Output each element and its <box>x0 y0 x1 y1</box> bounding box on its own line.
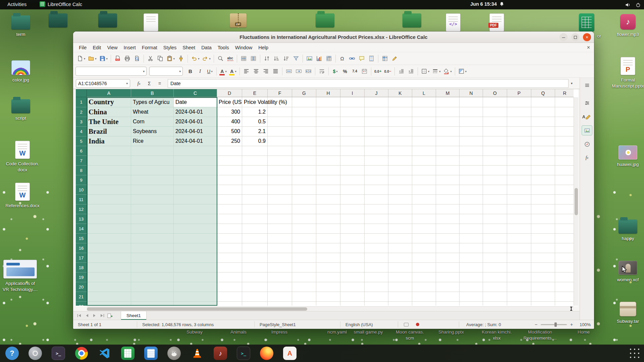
cell-M19[interactable] <box>436 273 460 282</box>
cell-D16[interactable] <box>217 243 242 253</box>
expand-formula-bar-icon[interactable]: ▾ <box>571 81 573 85</box>
cell-M3[interactable] <box>436 117 460 127</box>
cell-G2[interactable] <box>292 107 316 117</box>
cell-C13[interactable] <box>174 214 217 224</box>
desktop-item-label[interactable]: Home <box>578 329 590 335</box>
cell-K22[interactable] <box>388 302 412 306</box>
cell-R6[interactable] <box>555 146 574 156</box>
cell-B6[interactable] <box>131 146 174 156</box>
cell-G19[interactable] <box>292 273 316 282</box>
cell-Q8[interactable] <box>531 166 555 175</box>
cell-E11[interactable] <box>242 195 268 204</box>
cell-E19[interactable] <box>242 273 268 282</box>
navigator-icon[interactable] <box>582 139 592 149</box>
cell-F14[interactable] <box>268 224 292 234</box>
cell-K16[interactable] <box>388 243 412 253</box>
desktop-item[interactable]: huawei.jpg <box>609 145 644 168</box>
row-header-1[interactable]: 1 <box>76 97 87 107</box>
cell-C3[interactable]: 2024-04-01 <box>174 117 217 127</box>
cell-I12[interactable] <box>340 204 365 214</box>
italic-button[interactable]: I <box>196 66 205 76</box>
font-size-combobox[interactable]: ▾ <box>149 67 183 76</box>
insert-hyperlink-button[interactable] <box>347 54 357 64</box>
cell-C19[interactable] <box>174 273 217 282</box>
desktop-item[interactable] <box>132 13 169 32</box>
cell-G9[interactable] <box>292 175 316 185</box>
vertical-scrollbar-thumb[interactable] <box>575 188 578 215</box>
clock-menu[interactable]: Jun 6 15:34 <box>470 1 504 7</box>
sort-descending-button[interactable] <box>282 54 291 64</box>
menu-edit[interactable]: Edit <box>90 44 104 51</box>
column-header-G[interactable]: G <box>292 89 316 97</box>
sidebar-settings-icon[interactable] <box>582 80 592 90</box>
add-decimal-place-button[interactable]: 0.0+ <box>373 66 382 76</box>
cell-P6[interactable] <box>507 146 531 156</box>
cell-C18[interactable] <box>174 263 217 273</box>
cell-E9[interactable] <box>242 175 268 185</box>
cell-O13[interactable] <box>483 214 507 224</box>
cell-Q1[interactable] <box>531 97 555 107</box>
cell-H12[interactable] <box>316 204 340 214</box>
cell-R2[interactable] <box>555 107 574 117</box>
cell-N17[interactable] <box>460 253 483 263</box>
menu-insert[interactable]: Insert <box>121 44 139 51</box>
cell-F15[interactable] <box>268 234 292 243</box>
cell-F7[interactable] <box>268 156 292 166</box>
cell-K8[interactable] <box>388 166 412 175</box>
cell-I19[interactable] <box>340 273 365 282</box>
cell-P4[interactable] <box>507 127 531 136</box>
cell-I3[interactable] <box>340 117 365 127</box>
cell-R8[interactable] <box>555 166 574 175</box>
row-header-11[interactable]: 11 <box>76 195 87 204</box>
cell-R17[interactable] <box>555 253 574 263</box>
cell-D10[interactable] <box>217 185 242 195</box>
cell-B13[interactable] <box>131 214 174 224</box>
cell-F18[interactable] <box>268 263 292 273</box>
cell-O15[interactable] <box>483 234 507 243</box>
cell-I1[interactable] <box>340 97 365 107</box>
cell-L21[interactable] <box>412 292 436 302</box>
cell-G7[interactable] <box>292 156 316 166</box>
cell-F19[interactable] <box>268 273 292 282</box>
cell-P2[interactable] <box>507 107 531 117</box>
justified-button[interactable] <box>271 66 280 76</box>
desktop-item[interactable]: Applications of VR Technology.... <box>2 260 39 292</box>
cell-G16[interactable] <box>292 243 316 253</box>
format-as-currency-button[interactable]: $▾ <box>331 66 340 76</box>
row-header-4[interactable]: 4 <box>76 127 87 136</box>
cell-C7[interactable] <box>174 156 217 166</box>
cell-F21[interactable] <box>268 292 292 302</box>
cell-N13[interactable] <box>460 214 483 224</box>
cell-A4[interactable]: Brazil <box>87 127 131 136</box>
cell-B14[interactable] <box>131 224 174 234</box>
cell-P15[interactable] <box>507 234 531 243</box>
desktop-item[interactable]: happy <box>609 220 644 242</box>
cell-Q3[interactable] <box>531 117 555 127</box>
cell-P18[interactable] <box>507 263 531 273</box>
cell-N21[interactable] <box>460 292 483 302</box>
activities-button[interactable]: Activities <box>5 1 29 7</box>
menu-view[interactable]: View <box>104 44 120 51</box>
cell-J3[interactable] <box>365 117 388 127</box>
cell-K11[interactable] <box>388 195 412 204</box>
cell-K19[interactable] <box>388 273 412 282</box>
insert-image-button[interactable] <box>305 54 314 64</box>
cell-Q21[interactable] <box>531 292 555 302</box>
cell-B2[interactable]: Wheat <box>131 107 174 117</box>
cell-K13[interactable] <box>388 214 412 224</box>
cell-B11[interactable] <box>131 195 174 204</box>
delete-decimal-place-button[interactable]: 0.0− <box>383 66 392 76</box>
cell-C2[interactable]: 2024-04-01 <box>174 107 217 117</box>
conditional-formatting-button[interactable]: ▾ <box>457 66 468 76</box>
cell-A8[interactable] <box>87 166 131 175</box>
close-button[interactable]: × <box>583 33 591 41</box>
cell-J13[interactable] <box>365 214 388 224</box>
cell-J1[interactable] <box>365 97 388 107</box>
undo-button[interactable]: ▾ <box>190 54 200 64</box>
cell-Q17[interactable] <box>531 253 555 263</box>
cell-O3[interactable] <box>483 117 507 127</box>
cell-F12[interactable] <box>268 204 292 214</box>
cell-R16[interactable] <box>555 243 574 253</box>
cell-E6[interactable] <box>242 146 268 156</box>
cell-I11[interactable] <box>340 195 365 204</box>
